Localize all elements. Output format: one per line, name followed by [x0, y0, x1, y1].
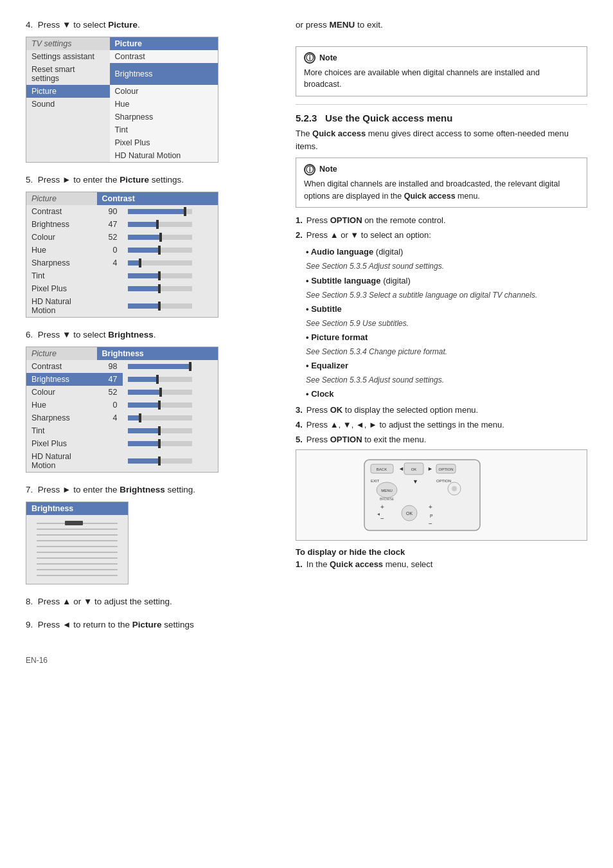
pc-header-right: Contrast — [97, 192, 218, 205]
tv-menu-row4-right: Hue — [110, 98, 218, 111]
svg-text:OK: OK — [406, 511, 413, 516]
page-footer: EN-16 — [26, 656, 587, 665]
svg-text:BACK: BACK — [377, 467, 387, 471]
tv-menu-row6-right: Tint — [110, 123, 218, 136]
step-5-text: Press ► to enter the — [38, 175, 120, 185]
note-title-1: ⓘ Note — [304, 52, 579, 64]
svg-text:OK: OK — [411, 467, 417, 471]
svg-text:EXIT: EXIT — [371, 479, 380, 483]
brightness-panel: Brightness — [26, 502, 129, 584]
option-equalizer-label: Equalizer — [311, 361, 348, 370]
right-step-1: 1. Press OPTION on the remote control. — [296, 215, 587, 225]
option-subtitle: Subtitle See Section 5.9 Use subtitles. — [306, 302, 587, 330]
option-picture-format: Picture format See Section 5.3.4 Change … — [306, 330, 587, 359]
step-7-header: 7. Press ► to enter the Brightness setti… — [26, 484, 276, 496]
section-523-intro: The Quick access menu gives direct acces… — [296, 127, 587, 152]
right-step-3: 3. Press OK to display the selected opti… — [296, 405, 587, 415]
tv-menu-row5-right: Sharpness — [110, 111, 218, 123]
pb-header-right: Brightness — [97, 347, 218, 360]
svg-point-16 — [452, 486, 457, 491]
step-9: 9. Press ◄ to return to the Picture sett… — [26, 619, 276, 631]
option-equalizer: Equalizer See Section 5.3.5 Adjust sound… — [306, 359, 587, 387]
svg-text:►: ► — [427, 466, 433, 472]
tv-menu-step4: TV settings Picture Settings assistant C… — [26, 37, 218, 163]
svg-text:◂: ◂ — [377, 511, 380, 517]
tv-menu-row8-left — [26, 149, 110, 163]
option-subtitle-language-label: Subtitle language — [311, 276, 380, 285]
svg-text:+: + — [429, 503, 432, 511]
step-8: 8. Press ▲ or ▼ to adjust the setting. — [26, 596, 276, 608]
note-box-2: ⓘ Note When digital channels are install… — [296, 158, 587, 208]
note-box-1: ⓘ Note More choices are available when d… — [296, 46, 587, 96]
step-9-bold: Picture — [132, 620, 162, 629]
clock-section-title: To display or hide the clock — [296, 547, 587, 557]
step-7-bold: Brightness — [120, 485, 165, 494]
tv-menu-row7-left — [26, 136, 110, 149]
step-5-header: 5. Press ► to enter the Picture settings… — [26, 174, 276, 186]
note-text-2: When digital channels are installed and … — [304, 178, 579, 203]
svg-text:+: + — [380, 503, 384, 511]
note-text-1: More choices are available when digital … — [304, 67, 579, 91]
svg-text:−: − — [380, 515, 384, 522]
note-title-2: ⓘ Note — [304, 163, 579, 176]
picture-brightness-menu: Picture Brightness Contrast 98 Brightnes… — [26, 347, 218, 473]
step-6-text: Press ▼ to select — [38, 330, 108, 339]
tv-menu-row4-left: Sound — [26, 98, 110, 111]
option-clock-label: Clock — [311, 389, 333, 399]
step-4-header: 4. Press ▼ to select Picture. — [26, 19, 276, 32]
option-picture-format-label: Picture format — [311, 332, 368, 342]
svg-text:MENU: MENU — [381, 489, 393, 493]
picture-contrast-menu: Picture Contrast Contrast 90 Brightness … — [26, 192, 218, 318]
step-8-header: 8. Press ▲ or ▼ to adjust the setting. — [26, 596, 276, 608]
right-step-5: 5. Press OPTION to exit the menu. — [296, 435, 587, 444]
section-523-heading: 5.2.3 Use the Quick access menu — [296, 113, 587, 123]
step-7-text: Press ► to enter the — [38, 485, 120, 494]
svg-text:BROWSE: BROWSE — [380, 497, 395, 501]
right-step-4: 4. Press ▲, ▼, ◄, ► to adjust the settin… — [296, 420, 587, 429]
step-5-num: 5. — [26, 175, 33, 185]
note-icon-2: ⓘ — [304, 164, 315, 176]
tv-menu-row6-left — [26, 123, 110, 136]
step-4: 4. Press ▼ to select Picture. TV setting… — [26, 19, 276, 163]
step-8-num: 8. — [26, 597, 33, 606]
left-column: 4. Press ▼ to select Picture. TV setting… — [26, 19, 276, 643]
divider-1 — [296, 104, 587, 105]
pb-header-left: Picture — [26, 347, 97, 360]
step-9-header: 9. Press ◄ to return to the Picture sett… — [26, 619, 276, 631]
tv-menu-row2-right: Brightness — [110, 63, 218, 85]
step-8-text: Press ▲ or ▼ to adjust the setting. — [38, 597, 172, 606]
brightness-panel-header: Brightness — [26, 502, 128, 515]
remote-svg: BACK ◄ OK ► OPTION EXIT ▼ OPTION MENU — [358, 457, 525, 534]
step-7-num: 7. — [26, 485, 33, 494]
step-6-num: 6. — [26, 330, 33, 339]
options-list: Audio language (digital) See Section 5.3… — [306, 245, 587, 401]
tv-menu-row1-left: Settings assistant — [26, 50, 110, 63]
option-clock: Clock — [306, 387, 587, 401]
option-subtitle-language: Subtitle language (digital) See Section … — [306, 274, 587, 302]
step-9-text: Press ◄ to return to the — [38, 620, 132, 629]
svg-text:◄: ◄ — [398, 466, 404, 472]
remote-diagram: BACK ◄ OK ► OPTION EXIT ▼ OPTION MENU — [296, 449, 587, 541]
step-9-num: 9. — [26, 620, 33, 629]
svg-text:OPTION: OPTION — [436, 479, 451, 483]
tv-menu-row1-right: Contrast — [110, 50, 218, 63]
svg-text:▼: ▼ — [413, 478, 418, 485]
option-audio-language-label: Audio language — [311, 247, 374, 257]
step-4-text: Press ▼ to select — [38, 20, 108, 30]
tv-menu-row3-right: Colour — [110, 85, 218, 98]
option-subtitle-label: Subtitle — [311, 304, 342, 314]
right-column: or press MENU to exit. ⓘ Note More choic… — [296, 19, 587, 643]
tv-menu-row7-right: Pixel Plus — [110, 136, 218, 149]
or-press-text: or press MENU to exit. — [296, 19, 587, 32]
right-step-2: 2. Press ▲ or ▼ to select an option: — [296, 230, 587, 240]
step-6-header: 6. Press ▼ to select Brightness. — [26, 329, 276, 341]
step-5: 5. Press ► to enter the Picture settings… — [26, 174, 276, 318]
step-7: 7. Press ► to enter the Brightness setti… — [26, 484, 276, 584]
tv-menu-header-right: Picture — [110, 37, 218, 50]
svg-text:P: P — [430, 514, 433, 518]
pc-header-left: Picture — [26, 192, 97, 205]
option-audio-language: Audio language (digital) See Section 5.3… — [306, 245, 587, 273]
clock-step-1: 1. In the Quick access menu, select — [296, 559, 587, 569]
note-icon-1: ⓘ — [304, 52, 315, 64]
tv-menu-header-left: TV settings — [26, 37, 110, 50]
